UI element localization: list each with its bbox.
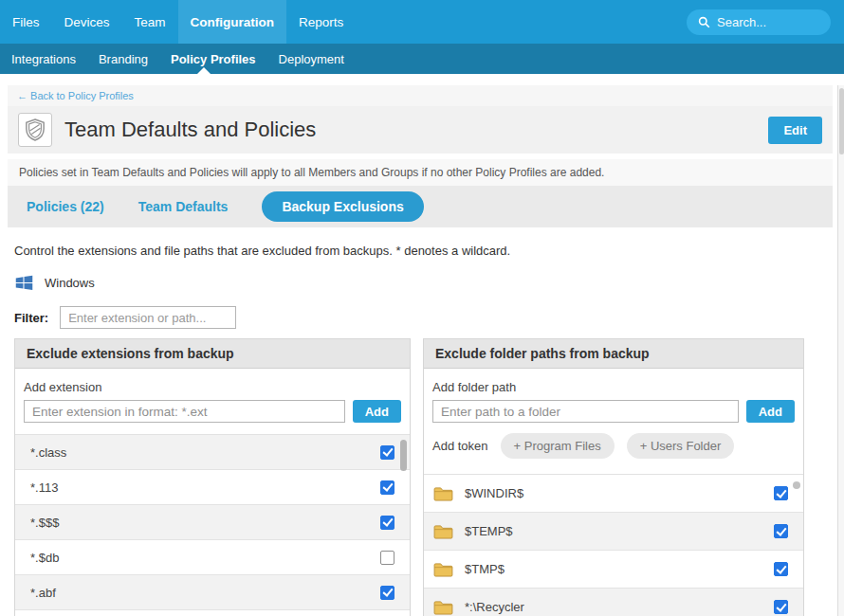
extension-checkbox[interactable]	[380, 551, 394, 565]
folder-path: $WINDIR$	[465, 486, 523, 500]
policy-info-text: Policies set in Team Defaults and Polici…	[19, 166, 604, 179]
add-folder-button[interactable]: Add	[746, 400, 795, 423]
subnav-item-label: Integrations	[11, 52, 76, 66]
tab-team-defaults[interactable]: Team Defaults	[138, 199, 229, 214]
extension-row-partial	[15, 610, 410, 616]
folder-path: $TMP$	[465, 562, 505, 576]
folder-checkbox[interactable]	[774, 524, 788, 538]
extensions-list-scrollbar[interactable]	[400, 440, 407, 471]
extension-row: *.$$$	[15, 505, 410, 540]
page-scrollbar-track[interactable]	[837, 85, 844, 616]
add-extension-input[interactable]	[24, 400, 345, 423]
folder-row: $TEMP$	[424, 513, 803, 551]
extensions-list: *.class *.113 *.$$$ *.$db *.abf	[15, 434, 410, 616]
edit-button[interactable]: Edit	[768, 117, 822, 144]
configuration-subnav: Integrations Branding Policy Profiles De…	[0, 44, 844, 74]
search-input[interactable]	[717, 15, 819, 29]
token-users-folder-button[interactable]: + Users Folder	[627, 433, 735, 459]
add-extension-label: Add extension	[24, 380, 401, 394]
add-token-row: Add token + Program Files + Users Folder	[432, 433, 795, 462]
extension-name: *.$db	[30, 551, 59, 565]
filter-input[interactable]	[60, 306, 236, 329]
backup-exclusions-content: Control the extensions and file paths th…	[0, 227, 844, 616]
extension-row: *.$db	[15, 540, 410, 575]
search-box[interactable]	[687, 9, 831, 35]
exclusions-description: Control the extensions and file paths th…	[14, 244, 830, 258]
policy-shield-icon	[18, 113, 52, 147]
extension-checkbox[interactable]	[380, 586, 394, 600]
extension-name: *.class	[30, 445, 66, 460]
subnav-item-branding[interactable]: Branding	[87, 44, 159, 74]
tab-policies[interactable]: Policies (22)	[27, 199, 104, 214]
extension-row: *.abf	[15, 575, 410, 610]
exclusion-panels: Exclude extensions from backup Add exten…	[14, 338, 830, 616]
folder-icon	[433, 524, 453, 539]
platform-label: Windows	[45, 276, 95, 290]
add-extension-row: Add	[24, 400, 401, 423]
policy-info-banner: Policies set in Team Defaults and Polici…	[8, 159, 833, 186]
subnav-item-deployment[interactable]: Deployment	[267, 44, 356, 74]
nav-item-files[interactable]: Files	[0, 0, 52, 44]
folder-checkbox[interactable]	[774, 600, 788, 614]
extension-checkbox[interactable]	[380, 480, 394, 495]
subnav-item-policy-profiles[interactable]: Policy Profiles	[159, 44, 267, 74]
extension-checkbox[interactable]	[380, 516, 394, 530]
search-icon	[698, 16, 710, 28]
folder-path: $TEMP$	[465, 524, 513, 538]
folder-row: $WINDIR$	[424, 475, 803, 513]
back-row: ← Back to Policy Profiles	[8, 85, 833, 106]
exclude-folders-panel: Exclude folder paths from backup Add fol…	[423, 338, 804, 616]
token-program-files-button[interactable]: + Program Files	[501, 433, 615, 459]
nav-item-label: Reports	[299, 15, 343, 29]
folders-panel-title: Exclude folder paths from backup	[424, 339, 803, 369]
filter-label: Filter:	[14, 311, 48, 325]
extensions-panel-body: Add extension Add	[15, 369, 410, 423]
extension-checkbox[interactable]	[380, 445, 394, 460]
subnav-item-label: Branding	[99, 52, 148, 66]
folder-path: *:\Recycler	[465, 600, 524, 614]
title-row: Team Defaults and Policies Edit	[8, 106, 833, 154]
folder-icon	[433, 562, 453, 577]
platform-row: Windows	[14, 273, 830, 293]
exclude-extensions-panel: Exclude extensions from backup Add exten…	[14, 338, 411, 616]
filter-row: Filter:	[14, 306, 830, 329]
subnav-item-integrations[interactable]: Integrations	[0, 44, 87, 74]
extensions-panel-title: Exclude extensions from backup	[15, 339, 410, 369]
profile-tabs: Policies (22) Team Defaults Backup Exclu…	[8, 186, 833, 227]
extension-row: *.113	[15, 470, 410, 505]
subnav-item-label: Policy Profiles	[171, 52, 256, 66]
add-folder-row: Add	[432, 400, 795, 423]
add-folder-label: Add folder path	[432, 380, 795, 394]
add-extension-button[interactable]: Add	[353, 400, 401, 423]
extension-name: *.$$$	[30, 516, 59, 530]
folder-checkbox[interactable]	[774, 562, 788, 576]
extension-row: *.class	[15, 435, 410, 470]
nav-item-label: Devices	[64, 15, 110, 29]
nav-item-reports[interactable]: Reports	[286, 0, 356, 44]
folder-icon	[433, 486, 453, 501]
page-scrollbar-thumb[interactable]	[839, 88, 844, 154]
folder-row: $TMP$	[424, 551, 803, 589]
nav-item-label: Files	[12, 15, 40, 29]
add-token-label: Add token	[432, 439, 488, 453]
folders-list-scrollbar[interactable]	[793, 481, 800, 489]
nav-item-devices[interactable]: Devices	[52, 0, 122, 44]
windows-logo-icon	[14, 273, 34, 293]
nav-item-team[interactable]: Team	[122, 0, 178, 44]
subnav-item-label: Deployment	[279, 52, 344, 66]
folder-row: *:\Recycler	[424, 589, 803, 616]
folders-list: $WINDIR$ $TEMP$ $TMP$	[424, 474, 803, 616]
add-folder-input[interactable]	[432, 400, 739, 423]
page-title: Team Defaults and Policies	[64, 118, 316, 142]
tab-backup-exclusions[interactable]: Backup Exclusions	[262, 191, 423, 222]
folder-checkbox[interactable]	[774, 486, 788, 500]
nav-item-configuration[interactable]: Configuration	[178, 0, 286, 44]
folder-icon	[433, 600, 453, 615]
nav-item-label: Team	[135, 15, 166, 29]
folders-panel-body: Add folder path Add Add token + Program …	[424, 369, 803, 462]
active-subnav-caret-icon	[197, 67, 211, 74]
back-to-policy-profiles-link[interactable]: ← Back to Policy Profiles	[17, 90, 134, 101]
extension-name: *.abf	[30, 586, 56, 600]
extension-name: *.113	[30, 480, 58, 495]
top-navigation-bar: Files Devices Team Configuration Reports	[0, 0, 844, 44]
